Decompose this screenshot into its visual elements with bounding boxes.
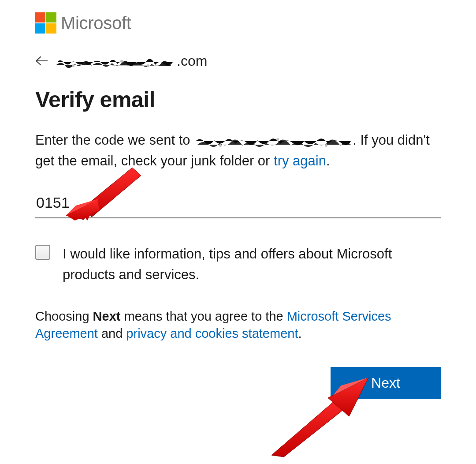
terms-bold: Next bbox=[93, 309, 121, 323]
try-again-link[interactable]: try again bbox=[274, 153, 326, 168]
svg-point-0 bbox=[72, 64, 74, 67]
brand-header: Microsoft bbox=[35, 12, 441, 34]
back-arrow-icon[interactable] bbox=[35, 54, 48, 69]
page-title: Verify email bbox=[35, 87, 441, 112]
terms-mid: means that you agree to the bbox=[120, 309, 286, 323]
svg-point-4 bbox=[276, 138, 279, 141]
marketing-consent-checkbox[interactable] bbox=[35, 245, 50, 260]
signup-verify-email-panel: Microsoft .com Verify email Enter the co… bbox=[0, 0, 476, 399]
instruction-period: . bbox=[326, 153, 330, 168]
code-input-wrap bbox=[35, 190, 441, 218]
terms-prefix: Choosing bbox=[35, 309, 93, 323]
svg-marker-11 bbox=[271, 395, 352, 457]
identity-row: .com bbox=[35, 53, 441, 69]
identity-email-suffix: .com bbox=[177, 53, 207, 69]
svg-point-1 bbox=[120, 60, 123, 63]
instruction-text: Enter the code we sent to . If you didn'… bbox=[35, 130, 441, 171]
redacted-email-inline-icon bbox=[194, 135, 353, 148]
terms-period: . bbox=[298, 326, 301, 341]
terms-and: and bbox=[98, 326, 126, 341]
verification-code-input[interactable] bbox=[35, 190, 441, 218]
actions-row: Next bbox=[35, 367, 441, 399]
terms-text: Choosing Next means that you agree to th… bbox=[35, 308, 441, 342]
brand-name: Microsoft bbox=[61, 13, 131, 33]
privacy-statement-link[interactable]: privacy and cookies statement bbox=[126, 326, 298, 341]
microsoft-logo-icon bbox=[35, 12, 56, 34]
marketing-consent-row: I would like information, tips and offer… bbox=[35, 244, 441, 285]
instruction-prefix: Enter the code we sent to bbox=[35, 132, 194, 148]
marketing-consent-label: I would like information, tips and offer… bbox=[63, 244, 441, 285]
next-button[interactable]: Next bbox=[331, 367, 441, 399]
svg-point-5 bbox=[325, 144, 327, 147]
svg-point-2 bbox=[147, 64, 149, 67]
redacted-email-local-icon bbox=[56, 56, 177, 68]
svg-point-3 bbox=[219, 144, 222, 147]
identity-email: .com bbox=[56, 53, 207, 69]
